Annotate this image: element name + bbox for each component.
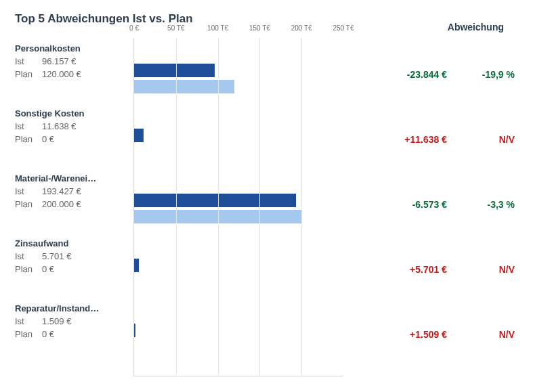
deviation-abs: +11.638 € [386,134,447,145]
bar-ist [134,259,139,272]
deviation-abs: +5.701 € [386,264,447,275]
ist-value: 11.638 € [42,121,77,131]
plan-value: 0 € [42,134,54,144]
deviation-pct: N/V [474,134,515,145]
ist-value-row: Ist11.638 € [15,121,128,131]
ist-value: 193.427 € [42,186,81,196]
ist-key: Ist [15,316,35,326]
ist-value: 1.509 € [42,316,71,326]
chart-title: Top 5 Abweichungen Ist vs. Plan [15,12,521,26]
bar-plan [134,80,234,93]
ist-value-row: Ist193.427 € [15,186,128,196]
bars-layer [134,38,343,376]
ist-key: Ist [15,121,35,131]
gridline [259,38,260,376]
gridline [176,38,177,376]
category-group: Material-/Warenei…Ist193.427 €Plan200.00… [15,173,128,209]
category-group: ZinsaufwandIst5.701 €Plan0 € [15,238,128,274]
plot-area: 0 €50 T€100 T€150 T€200 T€250 T€ [133,38,343,376]
x-tick: 250 T€ [333,24,354,32]
deviation-row: -23.844 €-19,9 % [343,69,515,80]
deviation-pct: N/V [474,329,515,340]
plan-value-row: Plan0 € [15,264,128,274]
deviation-row: +5.701 €N/V [343,264,515,275]
ist-value-row: Ist96.157 € [15,56,128,66]
bar-ist [134,129,144,142]
deviation-header: Abweichung [448,22,504,32]
category-name: Zinsaufwand [15,238,128,248]
x-tick: 0 € [129,24,139,32]
bar-ist [134,324,135,337]
ist-value: 96.157 € [42,56,77,66]
plan-value-row: Plan0 € [15,329,128,339]
category-group: Sonstige KostenIst11.638 €Plan0 € [15,108,128,144]
plan-key: Plan [15,134,35,144]
ist-key: Ist [15,251,35,261]
deviation-abs: -23.844 € [386,69,447,80]
x-tick: 200 T€ [291,24,312,32]
ist-value: 5.701 € [42,251,71,261]
deviation-abs: -6.573 € [386,199,447,210]
plan-value: 0 € [42,329,54,339]
plan-key: Plan [15,199,35,209]
plan-key: Plan [15,329,35,339]
plan-value-row: Plan200.000 € [15,199,128,209]
plan-key: Plan [15,264,35,274]
deviation-pct: N/V [474,264,515,275]
x-tick: 50 T€ [167,24,184,32]
plan-value: 120.000 € [42,69,81,79]
plan-value: 200.000 € [42,199,81,209]
ist-value-row: Ist5.701 € [15,251,128,261]
deviation-pct: -3,3 % [474,199,515,210]
deviation-column: Abweichung -23.844 €-19,9 %+11.638 €N/V-… [343,38,521,376]
plan-value-row: Plan120.000 € [15,69,128,79]
x-tick: 150 T€ [249,24,270,32]
plan-value-row: Plan0 € [15,134,128,144]
y-labels-column: PersonalkostenIst96.157 €Plan120.000 €So… [15,38,133,376]
ist-key: Ist [15,56,35,66]
category-name: Material-/Warenei… [15,173,128,183]
category-group: Reparatur/Instand…Ist1.509 €Plan0 € [15,303,128,339]
category-name: Reparatur/Instand… [15,303,128,313]
deviation-row: +1.509 €N/V [343,329,515,340]
category-group: PersonalkostenIst96.157 €Plan120.000 € [15,43,128,79]
plan-value: 0 € [42,264,54,274]
ist-value-row: Ist1.509 € [15,316,128,326]
plan-key: Plan [15,69,35,79]
deviation-abs: +1.509 € [386,329,447,340]
deviation-row: -6.573 €-3,3 % [343,199,515,210]
ist-key: Ist [15,186,35,196]
gridline [301,38,302,376]
deviation-row: +11.638 €N/V [343,134,515,145]
category-name: Personalkosten [15,43,128,53]
category-name: Sonstige Kosten [15,108,128,118]
bar-ist [134,194,296,207]
gridline [218,38,219,376]
x-tick: 100 T€ [207,24,228,32]
bar-ist [134,64,215,77]
deviation-pct: -19,9 % [474,69,515,80]
chart-layout: PersonalkostenIst96.157 €Plan120.000 €So… [15,38,521,376]
